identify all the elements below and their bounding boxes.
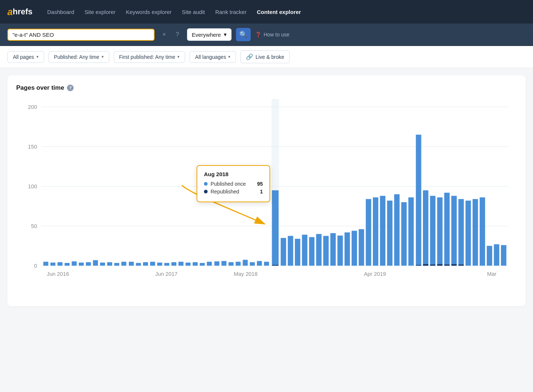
svg-rect-15: [79, 263, 84, 266]
svg-rect-70: [458, 199, 464, 266]
svg-rect-54: [345, 232, 350, 266]
svg-rect-62: [401, 202, 407, 266]
nav-site-audit[interactable]: Site audit: [182, 9, 205, 15]
svg-rect-75: [423, 264, 428, 266]
svg-rect-47: [295, 239, 300, 266]
svg-rect-38: [243, 260, 248, 266]
svg-rect-73: [480, 197, 485, 266]
svg-rect-60: [387, 200, 393, 266]
logo-a: a: [7, 7, 13, 17]
magnifier-icon: 🔍: [239, 31, 247, 39]
svg-rect-59: [380, 196, 385, 266]
tooltip-published-once-label: Published once: [211, 181, 254, 187]
all-pages-label: All pages: [13, 54, 34, 60]
nav-site-explorer[interactable]: Site explorer: [85, 9, 116, 15]
nav-rank-tracker[interactable]: Rank tracker: [215, 9, 247, 15]
search-input[interactable]: [13, 32, 149, 38]
svg-text:Apr 2019: Apr 2019: [364, 271, 386, 277]
search-bar: × ? Everywhere ▾ 🔍 ❓ How to use: [0, 24, 533, 46]
tooltip-published-once-value: 95: [257, 181, 263, 187]
svg-rect-21: [121, 262, 127, 266]
svg-rect-50: [316, 234, 322, 266]
svg-rect-71: [466, 200, 471, 266]
svg-rect-74: [416, 265, 421, 266]
svg-rect-81: [487, 246, 492, 266]
svg-rect-17: [93, 260, 98, 266]
svg-rect-20: [114, 263, 119, 266]
svg-rect-64: [416, 135, 421, 266]
svg-rect-37: [236, 262, 241, 266]
published-filter[interactable]: Published: Any time ▾: [49, 51, 109, 63]
svg-rect-35: [222, 261, 227, 266]
svg-rect-65: [423, 190, 428, 266]
chevron-down-icon: ▾: [228, 54, 230, 59]
svg-text:Mar: Mar: [487, 271, 497, 277]
svg-rect-31: [193, 262, 198, 266]
tooltip-row-published: Published once 95: [204, 181, 263, 187]
chevron-down-icon: ▾: [102, 54, 104, 59]
svg-text:200: 200: [28, 104, 37, 110]
chart-tooltip: Aug 2018 Published once 95 Republished 1: [197, 165, 270, 202]
svg-rect-26: [157, 263, 162, 266]
chevron-down-icon: ▾: [177, 54, 180, 59]
svg-rect-43: [272, 190, 279, 266]
search-button[interactable]: 🔍: [236, 28, 251, 41]
svg-rect-24: [143, 262, 148, 266]
svg-rect-80: [458, 264, 464, 266]
scope-dropdown[interactable]: Everywhere ▾: [187, 28, 232, 41]
svg-rect-77: [437, 264, 443, 266]
svg-rect-33: [207, 262, 212, 266]
clear-button[interactable]: ×: [159, 29, 169, 40]
nav-dashboard[interactable]: Dashboard: [47, 9, 74, 15]
svg-rect-28: [172, 262, 177, 266]
svg-rect-44: [272, 265, 279, 266]
scope-label: Everywhere: [192, 32, 221, 38]
svg-rect-16: [86, 262, 91, 266]
svg-rect-23: [136, 263, 141, 266]
all-pages-filter[interactable]: All pages ▾: [7, 51, 44, 63]
svg-rect-34: [214, 261, 219, 266]
svg-rect-29: [179, 262, 184, 266]
chart-help-icon[interactable]: ?: [67, 85, 74, 91]
how-to-use-label: How to use: [264, 32, 289, 38]
nav-keywords-explorer[interactable]: Keywords explorer: [126, 9, 172, 15]
svg-rect-69: [451, 196, 457, 266]
how-to-use[interactable]: ❓ How to use: [255, 32, 289, 38]
nav-content-explorer[interactable]: Content explorer: [257, 9, 301, 15]
svg-rect-51: [323, 236, 329, 266]
svg-rect-56: [359, 229, 364, 266]
search-help-icon[interactable]: ?: [172, 29, 183, 40]
svg-rect-12: [57, 262, 63, 266]
svg-text:May 2018: May 2018: [234, 271, 258, 277]
navbar: a hrefs Dashboard Site explorer Keywords…: [0, 0, 533, 24]
svg-rect-55: [352, 231, 357, 266]
tooltip-row-republished: Republished 1: [204, 189, 263, 195]
republished-dot: [204, 190, 208, 193]
svg-rect-27: [164, 263, 169, 266]
svg-rect-22: [129, 262, 134, 266]
svg-rect-40: [257, 261, 262, 266]
svg-text:Jun 2016: Jun 2016: [47, 271, 69, 277]
svg-rect-83: [501, 245, 506, 266]
chevron-down-icon: ▾: [224, 31, 227, 38]
svg-rect-52: [330, 233, 336, 266]
all-languages-filter[interactable]: All languages ▾: [190, 51, 236, 63]
svg-rect-57: [366, 199, 371, 266]
svg-rect-14: [72, 261, 77, 266]
svg-rect-41: [264, 262, 269, 266]
tooltip-republished-label: Republished: [211, 189, 257, 195]
svg-rect-18: [100, 263, 105, 266]
svg-rect-25: [150, 262, 155, 266]
chart-card: Pages over time ? 200 150 100 50 0: [7, 75, 526, 306]
svg-text:50: 50: [31, 223, 37, 229]
live-broke-filter[interactable]: 🔗 Live & broke: [240, 50, 290, 63]
svg-rect-19: [107, 262, 112, 266]
svg-rect-45: [281, 238, 286, 266]
svg-rect-11: [50, 263, 56, 266]
first-published-filter[interactable]: First published: Any time ▾: [114, 51, 186, 63]
svg-rect-49: [309, 237, 315, 266]
svg-rect-79: [451, 264, 457, 266]
svg-rect-61: [394, 194, 400, 266]
status-indicator-icon: 🔗: [246, 53, 253, 60]
svg-rect-72: [473, 199, 478, 266]
